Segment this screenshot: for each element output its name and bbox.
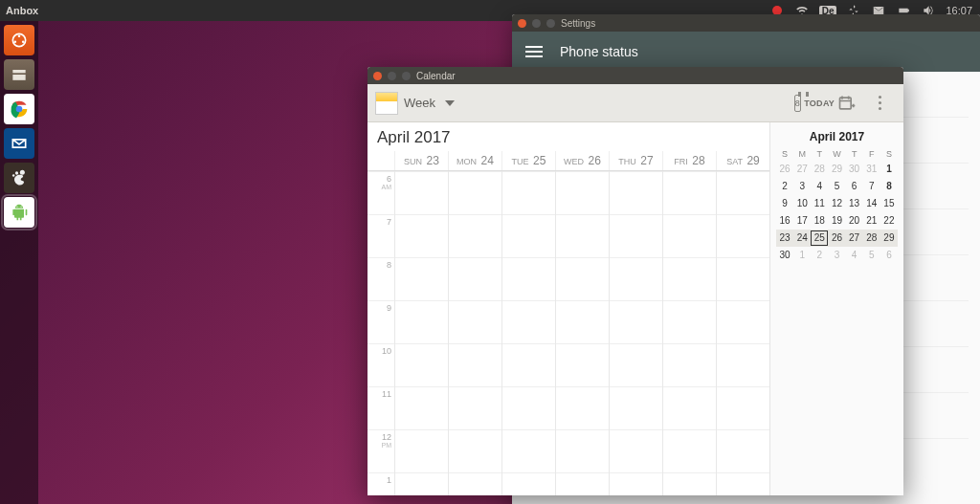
launcher-anbox[interactable] xyxy=(4,197,34,228)
mini-cal-day[interactable]: 6 xyxy=(846,178,863,195)
day-header[interactable]: THU 27 xyxy=(609,151,662,170)
day-column[interactable] xyxy=(555,171,609,495)
mini-cal-day[interactable]: 5 xyxy=(828,178,845,195)
mini-cal-day[interactable]: 26 xyxy=(776,161,793,178)
hour-label: 11 xyxy=(368,386,394,429)
mini-cal-day[interactable]: 21 xyxy=(863,212,880,230)
mini-cal-day[interactable]: 12 xyxy=(828,195,845,212)
mini-cal-day[interactable]: 26 xyxy=(828,230,845,247)
day-header[interactable]: SUN 23 xyxy=(394,151,448,170)
launcher-chrome[interactable] xyxy=(4,94,34,124)
mini-cal-day[interactable]: 5 xyxy=(863,247,880,264)
day-column[interactable] xyxy=(448,171,501,495)
week-grid[interactable]: 6AM789101112PM123 xyxy=(368,171,769,495)
mini-cal-row: 2345678 xyxy=(776,178,898,195)
mini-cal-day[interactable]: 7 xyxy=(863,178,880,195)
mini-cal-day[interactable]: 14 xyxy=(863,195,880,212)
mini-cal-day[interactable]: 31 xyxy=(863,161,880,178)
new-event-button[interactable] xyxy=(831,89,863,118)
mini-cal-row: 16171819202122 xyxy=(776,212,898,230)
close-icon[interactable] xyxy=(373,72,382,80)
mini-cal-day[interactable]: 28 xyxy=(811,161,828,178)
mini-cal-day[interactable]: 1 xyxy=(880,161,898,178)
maximize-icon[interactable] xyxy=(546,19,555,28)
mini-cal-day[interactable]: 13 xyxy=(846,195,863,212)
hour-label: 12PM xyxy=(368,429,394,472)
svg-point-3 xyxy=(22,40,25,43)
mini-cal-day[interactable]: 20 xyxy=(846,212,863,230)
today-button[interactable]: 8 TODAY xyxy=(798,89,831,118)
mini-cal-day[interactable]: 28 xyxy=(863,230,880,247)
mini-cal-day[interactable]: 17 xyxy=(793,212,811,230)
mini-cal-day[interactable]: 4 xyxy=(811,178,828,195)
view-selector[interactable]: Week xyxy=(375,92,455,115)
day-column[interactable] xyxy=(501,171,555,495)
mini-cal-day[interactable]: 8 xyxy=(880,178,898,195)
minimize-icon[interactable] xyxy=(532,19,541,28)
mini-cal-day[interactable]: 2 xyxy=(776,178,793,195)
mini-cal-day[interactable]: 15 xyxy=(880,195,898,212)
mini-cal-day[interactable]: 25 xyxy=(811,230,828,247)
mini-cal-day[interactable]: 16 xyxy=(776,212,793,230)
day-column[interactable] xyxy=(394,171,448,495)
day-header[interactable]: FRI 28 xyxy=(662,151,716,170)
settings-titlebar[interactable]: Settings xyxy=(512,14,980,32)
day-column[interactable] xyxy=(609,171,662,495)
menu-icon[interactable] xyxy=(525,46,543,57)
settings-titlebar-label: Settings xyxy=(561,18,595,29)
month-label: April 2017 xyxy=(368,122,769,151)
launcher-thunderbird[interactable] xyxy=(4,128,34,159)
mini-cal-day[interactable]: 29 xyxy=(828,161,845,178)
mini-cal-day[interactable]: 11 xyxy=(811,195,828,212)
launcher-gnome[interactable] xyxy=(4,163,34,193)
mini-cal-day[interactable]: 27 xyxy=(846,230,863,247)
maximize-icon[interactable] xyxy=(402,72,411,80)
svg-point-11 xyxy=(12,174,14,177)
mini-cal-day[interactable]: 19 xyxy=(828,212,845,230)
close-icon[interactable] xyxy=(518,19,526,28)
svg-point-10 xyxy=(15,171,18,174)
mini-cal-day[interactable]: 1 xyxy=(793,247,811,264)
day-header[interactable]: SAT 29 xyxy=(716,151,769,170)
day-column[interactable] xyxy=(662,171,716,495)
day-header[interactable]: WED 26 xyxy=(555,151,609,170)
day-column[interactable] xyxy=(716,171,769,495)
hour-label: 7 xyxy=(368,214,394,257)
overflow-button[interactable] xyxy=(863,89,896,118)
hour-label: 8 xyxy=(368,257,394,300)
mini-cal-day[interactable]: 30 xyxy=(776,247,793,264)
mini-cal-row: 23242526272829 xyxy=(776,230,898,247)
svg-rect-5 xyxy=(12,75,25,80)
svg-rect-12 xyxy=(840,98,852,109)
mini-cal-day[interactable]: 6 xyxy=(880,247,898,264)
launcher-files[interactable] xyxy=(4,59,34,90)
mini-cal-day[interactable]: 10 xyxy=(793,195,811,212)
mini-cal-day[interactable]: 27 xyxy=(793,161,811,178)
mini-cal-day[interactable]: 18 xyxy=(811,212,828,230)
svg-point-2 xyxy=(14,40,17,43)
calendar-titlebar[interactable]: Calendar xyxy=(368,67,903,84)
mini-calendar: April 2017 SMTWTFS 262728293031123456789… xyxy=(769,122,903,495)
settings-header: Phone status xyxy=(512,32,980,72)
hour-gutter: 6AM789101112PM123 xyxy=(368,171,394,495)
day-header[interactable]: TUE 25 xyxy=(501,151,555,170)
day-columns xyxy=(394,171,769,495)
mini-cal-day[interactable]: 4 xyxy=(846,247,863,264)
mini-cal-day[interactable]: 9 xyxy=(776,195,793,212)
mini-cal-day[interactable]: 29 xyxy=(880,230,898,247)
launcher-dash[interactable] xyxy=(4,25,34,55)
hour-label: 9 xyxy=(368,300,394,343)
mini-cal-day[interactable]: 3 xyxy=(828,247,845,264)
mini-cal-row: 30123456 xyxy=(776,247,898,264)
mini-cal-day[interactable]: 30 xyxy=(846,161,863,178)
dropdown-icon xyxy=(445,100,455,106)
minimize-icon[interactable] xyxy=(388,72,396,80)
mini-cal-day[interactable]: 22 xyxy=(880,212,898,230)
mini-cal-day[interactable]: 3 xyxy=(793,178,811,195)
mini-cal-day[interactable]: 23 xyxy=(776,230,793,247)
mini-cal-day[interactable]: 2 xyxy=(811,247,828,264)
calendar-toolbar: Week 8 TODAY xyxy=(368,84,903,122)
day-header[interactable]: MON 24 xyxy=(448,151,501,170)
today-icon: 8 xyxy=(794,95,801,112)
mini-cal-day[interactable]: 24 xyxy=(793,230,811,247)
